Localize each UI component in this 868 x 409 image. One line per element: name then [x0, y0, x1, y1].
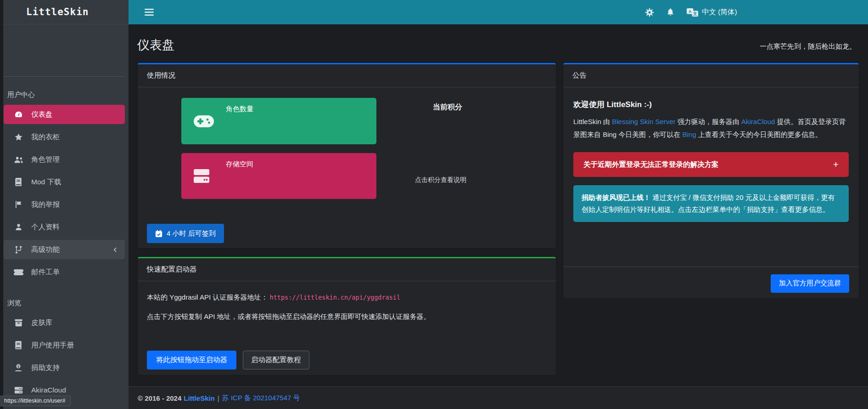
join-group-button[interactable]: 加入官方用户交流群 [771, 274, 849, 293]
translate-icon: A 文 [687, 8, 698, 17]
welcome-heading: 欢迎使用 LittleSkin :-) [573, 99, 849, 110]
score-title: 当前积分 [347, 102, 549, 112]
sidebar-item-label: 我的衣柜 [31, 132, 60, 142]
launcher-tutorial-button[interactable]: 启动器配置教程 [243, 351, 309, 369]
usage-card: 使用情况 角色数量 [138, 63, 556, 248]
nav-section-explore: 浏览 [4, 285, 125, 313]
littleskin-dashboard: LittleSkin [0, 0, 868, 409]
announcement-card: 公告 欢迎使用 LittleSkin :-) LittleSkin 由 Bles… [563, 63, 859, 298]
sidebar-item-label: 皮肤库 [31, 318, 53, 328]
sidebar-item-label: 高级功能 [31, 245, 60, 255]
nav-section-user-center: 用户中心 [4, 77, 125, 105]
hamburger-icon[interactable] [145, 8, 154, 16]
footer-brand-link[interactable]: LittleSkin [184, 394, 215, 402]
chevron-left-icon [112, 247, 118, 253]
launcher-card-title: 快速配置启动器 [147, 265, 197, 274]
server-icon [13, 386, 23, 394]
sidebar-item-label: Mod 下载 [31, 177, 61, 187]
language-switcher[interactable]: A 文 中文 (简体) [687, 7, 737, 17]
sidebar-nav: 用户中心 仪表盘 我的衣柜 [0, 77, 129, 400]
tachometer-icon [13, 110, 23, 119]
browser-status-url: https://littleskin.cn/user# [0, 396, 71, 406]
main-right-column: 公告 欢迎使用 LittleSkin :-) LittleSkin 由 Bles… [563, 63, 859, 298]
announcement-card-body: 欢迎使用 LittleSkin :-) LittleSkin 由 Blessin… [563, 87, 859, 267]
flag-icon [13, 200, 23, 209]
sidebar-item-mail-ticket[interactable]: 邮件工单 [4, 262, 125, 282]
language-label: 中文 (简体) [702, 7, 737, 17]
score-hint[interactable]: 点击积分查看说明 [340, 176, 542, 184]
announcement-card-header: 公告 [563, 64, 859, 87]
gamepad-icon [194, 115, 214, 127]
launcher-card-header: 快速配置启动器 [138, 258, 556, 281]
launcher-buttons: 将此按钮拖动至启动器 启动器配置教程 [147, 351, 309, 369]
sidebar-item-label: 我的举报 [31, 200, 60, 210]
sidebar-item-advanced[interactable]: 高级功能 [4, 240, 125, 259]
sidebar-item-skinlib[interactable]: 皮肤库 [4, 313, 125, 332]
sidebar-item-label: 邮件工单 [31, 267, 60, 277]
calendar-check-icon [155, 230, 162, 238]
welcome-paragraph: LittleSkin 由 Blessing Skin Server 强力驱动，服… [573, 115, 849, 141]
storage-label: 存储空间 [226, 160, 253, 169]
svg-text:文: 文 [693, 11, 697, 16]
paragraph-text: 上查看关于今天的今日美图的更多信息。 [696, 131, 822, 138]
book-icon [13, 178, 23, 186]
sidebar-item-label: 捐助支持 [31, 363, 60, 373]
announcement-card-title: 公告 [572, 71, 587, 80]
brand-logo-text: LittleSkin [26, 6, 89, 17]
sidebar-item-reports[interactable]: 我的举报 [4, 195, 125, 214]
yggdrasil-api-label: 本站的 Yggdrasil API 认证服务器地址： [147, 293, 268, 301]
main-left-column: 使用情况 角色数量 [138, 63, 556, 375]
page-title: 仪表盘 [137, 37, 174, 53]
hdd-stack-icon [194, 169, 209, 183]
book-icon [13, 341, 23, 349]
sidebar-item-players[interactable]: 角色管理 [4, 150, 125, 169]
code-branch-icon [13, 245, 23, 254]
sidebar-item-label: 仪表盘 [31, 110, 53, 119]
plus-icon: + [833, 159, 839, 170]
usage-card-title: 使用情况 [147, 71, 175, 80]
login-issue-title: 关于近期外置登录无法正常登录的解决方案 [583, 160, 719, 170]
topbar: LittleSkin [0, 0, 868, 24]
usage-card-body: 角色数量 存储空间 当前积分 点击积分查看说明 [138, 87, 556, 248]
brand-logo[interactable]: LittleSkin [0, 0, 129, 24]
drag-to-launcher-button[interactable]: 将此按钮拖动至启动器 [147, 351, 236, 369]
launcher-card: 快速配置启动器 本站的 Yggdrasil API 认证服务器地址： https… [138, 257, 556, 375]
signin-button[interactable]: 4 小时 后可签到 [147, 224, 224, 243]
users-icon [13, 156, 23, 164]
usage-card-header: 使用情况 [138, 64, 556, 87]
footer-separator: | [218, 394, 219, 402]
login-issue-collapsible[interactable]: 关于近期外置登录无法正常登录的解决方案 + [573, 152, 849, 177]
page-motto: 一点寒芒先到，随后枪出如龙。 [760, 42, 856, 51]
main-footer: © 2016 - 2024 LittleSkin | 苏 ICP 备 20210… [129, 386, 868, 409]
sidebar: 用户中心 仪表盘 我的衣柜 [0, 24, 129, 409]
bell-icon[interactable] [666, 8, 674, 17]
icp-link[interactable]: 苏 ICP 备 2021047547 号 [222, 394, 300, 403]
sidebar-item-mod-download[interactable]: Mod 下载 [4, 172, 125, 192]
sidebar-item-closet[interactable]: 我的衣柜 [4, 127, 125, 147]
bing-link[interactable]: Bing [683, 131, 696, 138]
blessing-skin-link[interactable]: Blessing Skin Server [612, 118, 675, 125]
sidebar-item-donate[interactable]: $ 捐助支持 [4, 358, 125, 377]
gear-icon[interactable] [645, 8, 654, 17]
sidebar-item-dashboard[interactable]: 仪表盘 [4, 105, 125, 124]
archive-box-icon [13, 319, 23, 327]
user-icon [13, 223, 23, 231]
donate-icon: $ [13, 364, 23, 372]
copyright-text: © 2016 - 2024 [138, 394, 181, 402]
ticket-icon [13, 269, 23, 276]
sidebar-item-label: 角色管理 [31, 155, 60, 165]
sidebar-item-profile[interactable]: 个人资料 [4, 217, 125, 237]
sidebar-item-manual[interactable]: 用户使用手册 [4, 335, 125, 355]
akiracloud-link[interactable]: AkiraCloud [741, 118, 775, 125]
donor-cape-lead: 捐助者披风现已上线！ [582, 193, 650, 201]
star-icon [13, 133, 23, 142]
launcher-card-body: 本站的 Yggdrasil API 认证服务器地址： https://littl… [138, 281, 556, 375]
yggdrasil-api-url: https://littleskin.cn/api/yggdrasil [270, 294, 400, 301]
players-count-label: 角色数量 [226, 105, 253, 114]
svg-text:A: A [689, 9, 692, 13]
sidebar-item-label: 用户使用手册 [31, 341, 74, 350]
paragraph-text: 强力驱动，服务器由 [676, 118, 741, 125]
window-left-edge [0, 0, 3, 409]
launcher-instructions: 点击下方按钮复制 API 地址，或者将按钮拖动至启动器的任意界面即可快速添加认证… [147, 312, 547, 321]
signin-button-label: 4 小时 后可签到 [167, 229, 216, 238]
